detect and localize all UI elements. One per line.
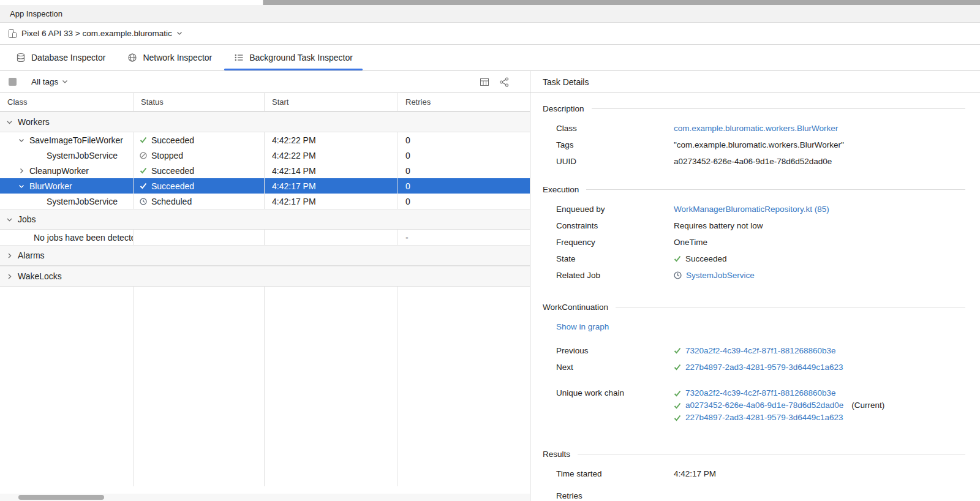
- group-label: Alarms: [18, 250, 45, 260]
- scheduled-clock-icon: [140, 198, 147, 205]
- group-header-alarms[interactable]: Alarms: [0, 245, 530, 266]
- window-top-edge: [0, 0, 980, 5]
- stop-inspection-icon[interactable]: [9, 78, 17, 86]
- tab-network-inspector[interactable]: Network Inspector: [116, 45, 223, 70]
- state-value: Succeeded: [685, 254, 727, 263]
- row-class: SaveImageToFileWorker: [29, 135, 123, 145]
- detail-label: Frequency: [556, 238, 674, 247]
- table-row[interactable]: SystemJobService Scheduled 4:42:17 PM 0: [0, 194, 530, 209]
- detail-row-next: Next 227b4897-2ad3-4281-9579-3d6449c1a62…: [543, 361, 965, 372]
- detail-label: Time started: [556, 469, 674, 478]
- network-icon: [127, 53, 137, 62]
- chain-work-link[interactable]: a0273452-626e-4a06-9d1e-78d6d52dad0e: [685, 401, 843, 410]
- detail-row-class: Class com.example.bluromatic.workers.Blu…: [543, 122, 965, 134]
- detail-row-uuid: UUID a0273452-626e-4a06-9d1e-78d6d52dad0…: [543, 156, 965, 167]
- current-marker: (Current): [851, 401, 884, 410]
- chevron-down-icon[interactable]: [18, 183, 24, 189]
- detail-row-constraints: Constraints Requires battery not low: [543, 220, 965, 231]
- database-icon: [16, 53, 26, 62]
- group-label: Jobs: [18, 214, 36, 224]
- top-edge-light: [0, 0, 263, 5]
- chevron-down-icon[interactable]: [176, 31, 183, 36]
- tab-database-inspector[interactable]: Database Inspector: [5, 45, 116, 70]
- detail-row-frequency: Frequency OneTime: [543, 236, 965, 247]
- column-header-status[interactable]: Status: [134, 93, 265, 111]
- detail-label: UUID: [556, 157, 674, 166]
- tab-background-task-inspector[interactable]: Background Task Inspector: [223, 45, 364, 70]
- previous-work-link[interactable]: 7320a2f2-4c39-4c2f-87f1-881268860b3e: [685, 346, 835, 355]
- column-header-class[interactable]: Class: [0, 93, 134, 111]
- table-body: Workers SaveImageToFileWorker Succeeded: [0, 111, 530, 494]
- task-details-panel: Task Details Description Class com.examp…: [530, 71, 980, 501]
- section-rule: [616, 307, 965, 307]
- section-rule: [586, 189, 965, 190]
- device-icon: [7, 29, 17, 39]
- task-table-panel: All tags Class Status Start: [0, 71, 530, 501]
- row-status: Succeeded: [151, 181, 194, 191]
- detail-label: Constraints: [556, 221, 674, 230]
- table-row-selected[interactable]: BlurWorker Succeeded 4:42:17 PM 0: [0, 178, 530, 194]
- chain-work-link[interactable]: 7320a2f2-4c39-4c2f-87f1-881268860b3e: [685, 388, 835, 398]
- show-in-graph-link[interactable]: Show in graph: [556, 322, 609, 331]
- table-row[interactable]: SystemJobService Stopped 4:42:22 PM 0: [0, 148, 530, 163]
- section-heading: WorkContinuation: [543, 303, 608, 312]
- row-status: Stopped: [151, 151, 183, 160]
- column-header-start[interactable]: Start: [265, 93, 398, 111]
- horizontal-scrollbar[interactable]: [0, 494, 530, 501]
- task-details-body: Description Class com.example.bluromatic…: [530, 93, 980, 501]
- detail-label: Tags: [556, 140, 674, 149]
- device-selector-bar[interactable]: Pixel 6 API 33 > com.example.bluromatic: [0, 23, 980, 45]
- chevron-right-icon[interactable]: [18, 168, 24, 174]
- class-link[interactable]: com.example.bluromatic.workers.BlurWorke…: [674, 124, 838, 133]
- chevron-down-icon: [62, 80, 68, 84]
- chevron-down-icon[interactable]: [6, 119, 13, 126]
- time-started-value: 4:42:17 PM: [674, 469, 716, 478]
- row-start: 4:42:14 PM: [265, 163, 398, 178]
- group-header-jobs[interactable]: Jobs: [0, 209, 530, 230]
- row-retries: 0: [398, 194, 530, 209]
- table-row[interactable]: CleanupWorker Succeeded 4:42:14 PM 0: [0, 163, 530, 178]
- group-label: Workers: [18, 117, 50, 127]
- row-retries: 0: [398, 132, 530, 148]
- enqueued-by-link[interactable]: WorkManagerBluromaticRepository.kt (85): [674, 205, 829, 214]
- tab-label: Network Inspector: [143, 53, 212, 62]
- row-start: 4:42:22 PM: [265, 132, 398, 148]
- success-icon: [140, 167, 147, 174]
- group-header-wakelocks[interactable]: WakeLocks: [0, 266, 530, 287]
- detail-row-state: State Succeeded: [543, 253, 965, 264]
- row-start: 4:42:17 PM: [265, 178, 398, 194]
- frequency-value: OneTime: [674, 238, 707, 247]
- success-icon: [674, 390, 681, 397]
- section-heading: Execution: [543, 185, 579, 194]
- related-job-link[interactable]: SystemJobService: [686, 271, 755, 280]
- scrollbar-thumb[interactable]: [18, 495, 104, 500]
- section-execution: Execution: [543, 184, 965, 195]
- chevron-right-icon[interactable]: [6, 252, 13, 259]
- jobs-empty-message: No jobs have been detected: [0, 230, 134, 245]
- graph-view-icon[interactable]: [499, 77, 509, 87]
- row-status: Scheduled: [151, 197, 192, 206]
- table-view-icon[interactable]: [480, 77, 489, 87]
- chevron-down-icon[interactable]: [18, 137, 24, 143]
- tab-label: Database Inspector: [31, 53, 105, 62]
- success-icon: [674, 347, 681, 354]
- detail-row-enqueued-by: Enqueued by WorkManagerBluromaticReposit…: [543, 203, 965, 214]
- column-header-retries[interactable]: Retries: [398, 93, 530, 111]
- row-start: 4:42:22 PM: [265, 148, 398, 163]
- chevron-down-icon[interactable]: [6, 216, 13, 223]
- tag-filter-dropdown[interactable]: All tags: [31, 77, 68, 86]
- table-column-headers: Class Status Start Retries: [0, 93, 530, 111]
- jobs-empty-retries: -: [398, 230, 530, 245]
- clock-icon: [674, 271, 682, 279]
- success-icon: [674, 255, 681, 262]
- next-work-link[interactable]: 227b4897-2ad3-4281-9579-3d6449c1a623: [685, 363, 843, 372]
- tags-value: "com.example.bluromatic.workers.BlurWork…: [674, 140, 844, 149]
- chevron-right-icon[interactable]: [6, 273, 13, 280]
- device-selector-label[interactable]: Pixel 6 API 33 > com.example.bluromatic: [21, 29, 172, 38]
- row-retries: 0: [398, 178, 530, 194]
- detail-label: Class: [556, 124, 674, 133]
- row-status: Succeeded: [151, 135, 194, 145]
- table-row[interactable]: SaveImageToFileWorker Succeeded 4:42:22 …: [0, 132, 530, 148]
- chain-work-link[interactable]: 227b4897-2ad3-4281-9579-3d6449c1a623: [685, 413, 843, 423]
- group-header-workers[interactable]: Workers: [0, 111, 530, 132]
